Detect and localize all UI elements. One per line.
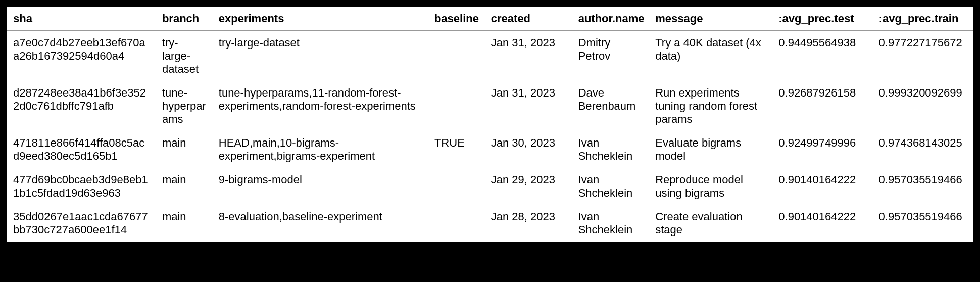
cell-branch: main [156, 168, 213, 205]
cell-baseline: TRUE [428, 131, 485, 168]
table-header-row: sha branch experiments baseline created … [7, 7, 973, 31]
header-author-name[interactable]: author.name [572, 7, 650, 31]
cell-message: Try a 40K dataset (4x data) [649, 31, 772, 81]
table-row[interactable]: 471811e866f414ffa08c5acd9eed380ec5d165b1… [7, 131, 973, 168]
cell-avg-prec-train: 0.977227175672 [873, 31, 973, 81]
cell-baseline [428, 81, 485, 131]
cell-author-name: Dmitry Petrov [572, 31, 650, 81]
cell-avg-prec-train: 0.957035519466 [873, 168, 973, 205]
experiments-table: sha branch experiments baseline created … [7, 7, 973, 242]
header-message[interactable]: message [649, 7, 772, 31]
cell-experiments: tune-hyperparams,11-random-forest-experi… [213, 81, 428, 131]
cell-branch: main [156, 205, 213, 242]
cell-author-name: Dave Berenbaum [572, 81, 650, 131]
cell-avg-prec-test: 0.92687926158 [772, 81, 872, 131]
cell-branch: main [156, 131, 213, 168]
cell-experiments: HEAD,main,10-bigrams-experiment,bigrams-… [213, 131, 428, 168]
cell-sha: 477d69bc0bcaeb3d9e8eb11b1c5fdad19d63e963 [7, 168, 156, 205]
cell-avg-prec-train: 0.999320092699 [873, 81, 973, 131]
cell-created: Jan 28, 2023 [485, 205, 572, 242]
header-created[interactable]: created [485, 7, 572, 31]
header-avg-prec-test[interactable]: :avg_prec.test [772, 7, 872, 31]
header-avg-prec-train[interactable]: :avg_prec.train [873, 7, 973, 31]
cell-avg-prec-train: 0.957035519466 [873, 205, 973, 242]
experiments-table-wrapper: sha branch experiments baseline created … [7, 7, 973, 242]
cell-experiments: try-large-dataset [213, 31, 428, 81]
header-sha[interactable]: sha [7, 7, 156, 31]
header-experiments[interactable]: experiments [213, 7, 428, 31]
cell-created: Jan 29, 2023 [485, 168, 572, 205]
cell-sha: d287248ee38a41b6f3e3522d0c761dbffc791afb [7, 81, 156, 131]
cell-experiments: 9-bigrams-model [213, 168, 428, 205]
cell-author-name: Ivan Shcheklein [572, 131, 650, 168]
table-row[interactable]: 477d69bc0bcaeb3d9e8eb11b1c5fdad19d63e963… [7, 168, 973, 205]
cell-author-name: Ivan Shcheklein [572, 205, 650, 242]
cell-created: Jan 31, 2023 [485, 81, 572, 131]
cell-sha: 35dd0267e1aac1cda67677bb730c727a600ee1f1… [7, 205, 156, 242]
cell-message: Evaluate bigrams model [649, 131, 772, 168]
cell-baseline [428, 31, 485, 81]
table-row[interactable]: d287248ee38a41b6f3e3522d0c761dbffc791afb… [7, 81, 973, 131]
cell-avg-prec-test: 0.92499749996 [772, 131, 872, 168]
cell-sha: a7e0c7d4b27eeb13ef670aa26b167392594d60a4 [7, 31, 156, 81]
cell-created: Jan 30, 2023 [485, 131, 572, 168]
cell-message: Reproduce model using bigrams [649, 168, 772, 205]
cell-message: Create evaluation stage [649, 205, 772, 242]
cell-avg-prec-test: 0.90140164222 [772, 205, 872, 242]
cell-branch: tune-hyperparams [156, 81, 213, 131]
cell-author-name: Ivan Shcheklein [572, 168, 650, 205]
header-baseline[interactable]: baseline [428, 7, 485, 31]
cell-baseline [428, 168, 485, 205]
cell-sha: 471811e866f414ffa08c5acd9eed380ec5d165b1 [7, 131, 156, 168]
cell-avg-prec-train: 0.974368143025 [873, 131, 973, 168]
cell-message: Run experiments tuning random forest par… [649, 81, 772, 131]
cell-avg-prec-test: 0.94495564938 [772, 31, 872, 81]
cell-baseline [428, 205, 485, 242]
cell-avg-prec-test: 0.90140164222 [772, 168, 872, 205]
header-branch[interactable]: branch [156, 7, 213, 31]
table-row[interactable]: a7e0c7d4b27eeb13ef670aa26b167392594d60a4… [7, 31, 973, 81]
cell-experiments: 8-evaluation,baseline-experiment [213, 205, 428, 242]
cell-branch: try-large-dataset [156, 31, 213, 81]
cell-created: Jan 31, 2023 [485, 31, 572, 81]
table-row[interactable]: 35dd0267e1aac1cda67677bb730c727a600ee1f1… [7, 205, 973, 242]
